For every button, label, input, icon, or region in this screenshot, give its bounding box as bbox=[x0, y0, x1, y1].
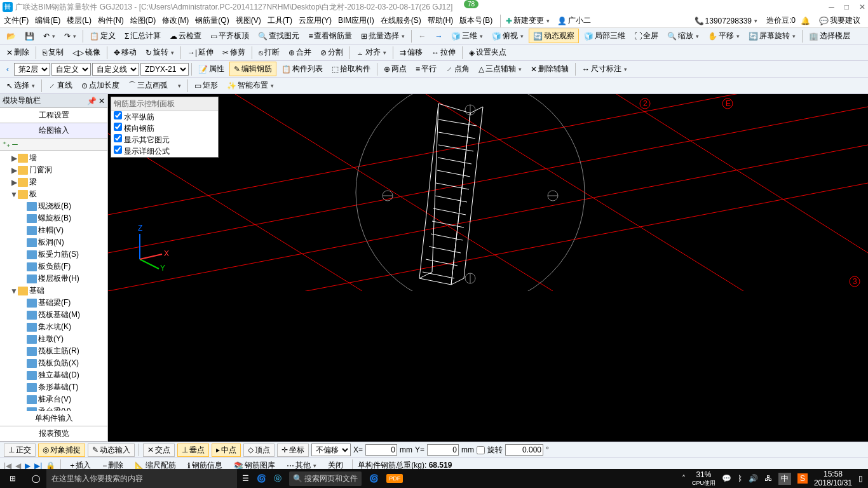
tree-item[interactable]: 板受力筋(S) bbox=[1, 248, 106, 261]
rebar-toggle[interactable]: 横向钢筋 bbox=[111, 123, 218, 134]
zoom-button[interactable]: 🔍缩放▾ bbox=[663, 29, 703, 43]
viewport-3d[interactable]: 2 E 3 Z Y X 钢筋显示控制面板 水平纵筋 横向钢筋 显示其它图元 显示… bbox=[108, 94, 868, 442]
delete-button[interactable]: ✕删除 bbox=[3, 46, 33, 59]
delete-aux-button[interactable]: ✕删除辅轴 bbox=[527, 62, 573, 76]
tree-item[interactable]: ▼板 bbox=[1, 188, 106, 200]
pan-button[interactable]: ✋平移▾ bbox=[704, 29, 743, 43]
select-floor-button[interactable]: 🏢选择楼层 bbox=[805, 29, 854, 43]
tree-item[interactable]: 螺旋板(B) bbox=[1, 212, 106, 224]
prev-icon[interactable]: ‹ bbox=[3, 64, 13, 75]
smart-layout-button[interactable]: ✨智能布置▾ bbox=[223, 79, 278, 92]
menu-item[interactable]: 绘图(D) bbox=[130, 16, 156, 25]
bell-icon[interactable]: 🔔 bbox=[801, 17, 810, 25]
select-button[interactable]: ↖选择▾ bbox=[3, 79, 39, 92]
menu-item[interactable]: 钢筋量(Q) bbox=[195, 16, 229, 25]
dyn-input-toggle[interactable]: ✎动态输入 bbox=[88, 444, 135, 457]
menu-item[interactable]: 修改(M) bbox=[162, 16, 189, 25]
ie-icon[interactable]: ⓔ bbox=[274, 473, 281, 484]
close-icon[interactable]: ✕ bbox=[859, 3, 865, 11]
tree-tools[interactable]: ⁺₊ ─ bbox=[0, 139, 107, 151]
osnap-toggle[interactable]: ◎对象捕捉 bbox=[38, 444, 85, 457]
x-input[interactable] bbox=[365, 444, 397, 456]
split-button[interactable]: ⊘分割 bbox=[316, 46, 347, 59]
midpoint-toggle[interactable]: ▸中点 bbox=[212, 444, 241, 457]
merge-button[interactable]: ⊕合并 bbox=[285, 46, 315, 59]
tree-item[interactable]: 集水坑(K) bbox=[1, 321, 106, 333]
sum-button[interactable]: Σ 汇总计算 bbox=[121, 29, 165, 43]
volume-icon[interactable]: 🔊 bbox=[749, 474, 758, 483]
tree-item[interactable]: 筏板负筋(X) bbox=[1, 357, 106, 369]
pick-component-button[interactable]: ⬚拾取构件 bbox=[328, 62, 374, 76]
copy-button[interactable]: ⎘复制 bbox=[39, 46, 67, 59]
show-desktop[interactable]: ▯ bbox=[858, 474, 863, 483]
ortho-toggle[interactable]: ⊥正交 bbox=[4, 444, 36, 457]
fullscreen-button[interactable]: ⛶全屏 bbox=[630, 29, 662, 43]
extend-button[interactable]: →|延伸 bbox=[184, 46, 217, 59]
rebar-toggle[interactable]: 水平纵筋 bbox=[111, 111, 218, 123]
offset-mode-select[interactable]: 不偏移 bbox=[311, 444, 351, 456]
action-center-icon[interactable]: 💬 bbox=[722, 474, 731, 483]
tree-item[interactable]: 楼层板带(H) bbox=[1, 273, 106, 285]
menu-item[interactable]: 楼层(L) bbox=[67, 16, 92, 25]
tray-up-icon[interactable]: ˄ bbox=[682, 474, 686, 483]
find-element-button[interactable]: 🔍查找图元 bbox=[254, 29, 303, 43]
point-length-button[interactable]: ⊙点加长度 bbox=[78, 79, 123, 92]
tree-item[interactable]: ▶墙 bbox=[1, 152, 106, 164]
break-button[interactable]: ⎋打断 bbox=[255, 46, 283, 59]
tree-item[interactable]: 独立基础(D) bbox=[1, 369, 106, 381]
tree-item[interactable]: 筏板主筋(R) bbox=[1, 345, 106, 357]
y-input[interactable] bbox=[427, 444, 459, 456]
floor-select[interactable]: 第2层 bbox=[14, 63, 50, 76]
dimension-button[interactable]: ↔尺寸标注▾ bbox=[578, 62, 631, 76]
batch-select-button[interactable]: ⊞批量选择▾ bbox=[357, 29, 409, 43]
menu-item[interactable]: 版本号(B) bbox=[459, 16, 492, 25]
grip-button[interactable]: ◈设置夹点 bbox=[465, 46, 510, 59]
fwd-icon[interactable]: → bbox=[431, 30, 446, 42]
tree-item[interactable]: 柱墩(Y) bbox=[1, 333, 106, 345]
component-tree[interactable]: ▶墙▶门窗洞▶梁▼板现浇板(B)螺旋板(B)柱帽(V)板洞(N)板受力筋(S)板… bbox=[0, 151, 107, 411]
ime-label[interactable]: 中 bbox=[778, 473, 791, 485]
arc3-button[interactable]: ⌒三点画弧 bbox=[125, 79, 172, 92]
redo-icon[interactable]: ↷▾ bbox=[60, 30, 80, 42]
tree-item[interactable]: 筏板基础(M) bbox=[1, 309, 106, 321]
intersection-toggle[interactable]: ✕交点 bbox=[143, 444, 175, 457]
move-button[interactable]: ✥移动 bbox=[110, 46, 140, 59]
menu-item[interactable]: 编辑(E) bbox=[35, 16, 60, 25]
menu-item[interactable]: 视图(V) bbox=[236, 16, 261, 25]
maximize-icon[interactable]: □ bbox=[844, 3, 849, 11]
app-icon-2[interactable]: 🌀 bbox=[369, 474, 379, 483]
stretch-button[interactable]: ↔拉伸 bbox=[428, 46, 459, 59]
top-view-button[interactable]: 🧊俯视▾ bbox=[488, 29, 527, 43]
more-draw-icon[interactable]: ▾ bbox=[173, 81, 185, 90]
menu-item[interactable]: 云应用(Y) bbox=[299, 16, 332, 25]
start-button[interactable]: ⊞ bbox=[0, 474, 25, 483]
phone-button[interactable]: 📞13907298339▾ bbox=[691, 15, 761, 27]
flat-slab-button[interactable]: ▭平齐板顶 bbox=[207, 29, 253, 43]
3d-button[interactable]: 🧊三维▾ bbox=[447, 29, 487, 43]
view-rebar-button[interactable]: ≡查看钢筋量 bbox=[304, 29, 356, 43]
parallel-button[interactable]: ≡平行 bbox=[412, 62, 440, 76]
category-select[interactable]: 自定义 bbox=[51, 63, 91, 76]
menu-item[interactable]: 工具(T) bbox=[268, 16, 292, 25]
rotate-button[interactable]: ↻旋转▾ bbox=[142, 46, 178, 59]
notification-badge[interactable]: 78 bbox=[464, 0, 478, 8]
tree-item[interactable]: 条形基础(T) bbox=[1, 381, 106, 393]
dynamic-orbit-button[interactable]: 🔄动态观察 bbox=[529, 29, 579, 43]
tree-item[interactable]: 柱帽(V) bbox=[1, 224, 106, 236]
tab-project-settings[interactable]: 工程设置 bbox=[0, 108, 107, 123]
rotate-input[interactable] bbox=[505, 444, 543, 456]
back-icon[interactable]: ← bbox=[414, 30, 430, 42]
save-icon[interactable]: 💾 bbox=[21, 30, 38, 42]
point-angle-button[interactable]: ⟋点角 bbox=[442, 62, 473, 76]
menu-item[interactable]: 文件(F) bbox=[4, 16, 29, 25]
undo-icon[interactable]: ↶▾ bbox=[39, 30, 59, 42]
taskbar-search[interactable]: 在这里输入你要搜索的内容 bbox=[46, 469, 237, 488]
minimize-icon[interactable]: ─ bbox=[829, 3, 834, 11]
local-3d-button[interactable]: 🧊局部三维 bbox=[580, 29, 629, 43]
taskbar[interactable]: ⊞ ◯ 在这里输入你要搜索的内容 ☰ 🌀 ⓔ 🔍 搜索网页和文件 🌀 PDF ˄… bbox=[0, 469, 868, 488]
cortana-icon[interactable]: ◯ bbox=[25, 474, 46, 483]
sogou-icon[interactable]: S bbox=[797, 473, 808, 484]
two-point-button[interactable]: ⊕两点 bbox=[380, 62, 410, 76]
open-icon[interactable]: 📂 bbox=[3, 30, 20, 42]
code-select[interactable]: ZDYX-21 bbox=[140, 63, 189, 76]
